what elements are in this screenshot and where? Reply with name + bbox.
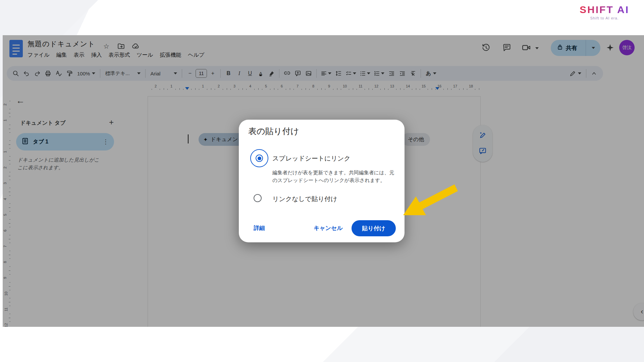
radio-linked-focus-ring [250,149,268,167]
cancel-button[interactable]: キャンセル [314,220,343,236]
paste-table-dialog: 表の貼り付け スプレッドシートにリンク 編集者だけが表を更新できます。共同編集者… [239,120,405,242]
brand-logo: SHIFT AI Shift to AI era. [580,4,629,20]
dialog-title: 表の貼り付け [248,126,299,137]
option-unlinked-label[interactable]: リンクなしで貼り付け [272,195,337,203]
radio-unlinked[interactable] [254,194,262,202]
screenshot-stage: { "brand": { "name": "SHIFT AI", "taglin… [0,0,644,362]
paste-button[interactable]: 貼り付け [352,220,396,236]
annotation-arrow [397,178,465,225]
brand-name: SHIFT AI [580,4,629,15]
radio-linked-selected[interactable] [256,155,263,162]
option-linked-label[interactable]: スプレッドシートにリンク [272,154,351,163]
brand-tagline: Shift to AI era. [580,16,629,20]
details-button[interactable]: 詳細 [254,220,265,236]
option-linked-description: 編集者だけが表を更新できます。共同編集者には、元 のスプレッドシートへのリンクが… [272,169,394,184]
